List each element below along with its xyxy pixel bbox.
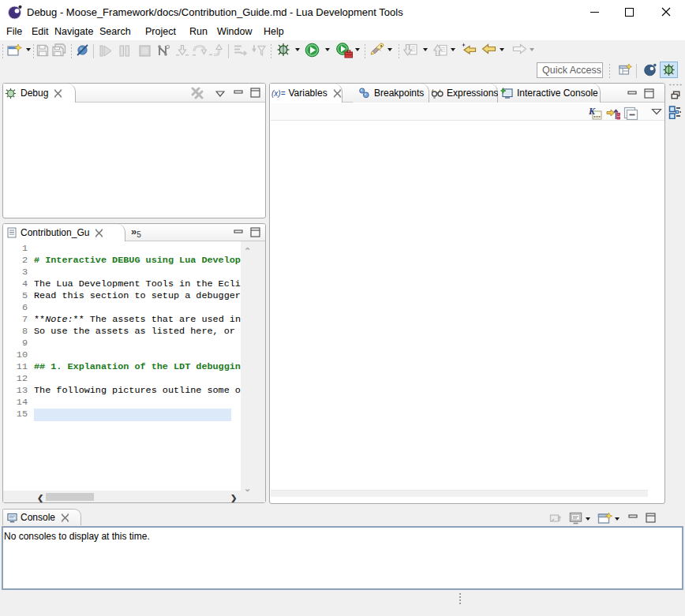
- svg-text:K: K: [589, 106, 596, 117]
